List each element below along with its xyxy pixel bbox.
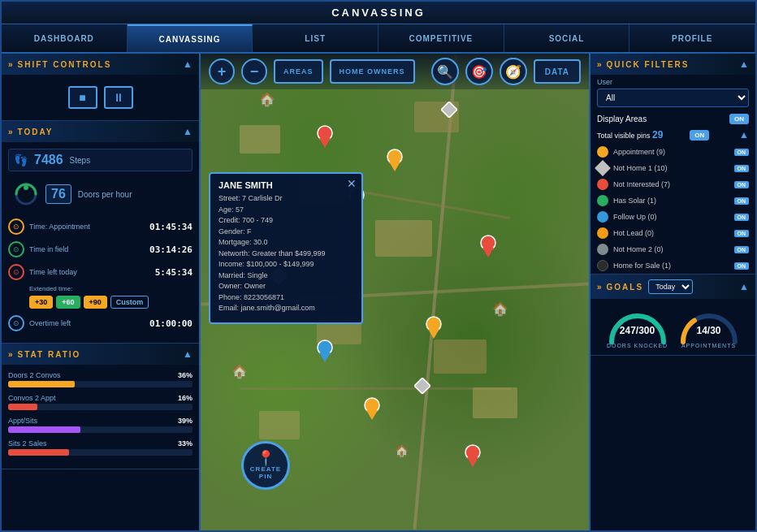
total-pins-toggle[interactable]: ON — [690, 130, 709, 141]
filter-not-interested-dot — [597, 179, 608, 190]
time-appointment-icon: ⊙ — [8, 218, 24, 235]
create-pin-button[interactable]: 📍 CREATE PIN — [241, 441, 290, 490]
filter-appointment-toggle[interactable]: ON — [734, 149, 750, 156]
nav-social[interactable]: SOCIAL — [504, 24, 630, 52]
filter-not-home-2-toggle[interactable]: ON — [734, 246, 750, 253]
filter-home-for-sale-toggle[interactable]: ON — [734, 262, 750, 270]
time-left-label: Time left today — [29, 268, 150, 276]
shift-controls-chevron: ▲ — [183, 58, 192, 70]
filter-follow-up-toggle[interactable]: ON — [734, 214, 750, 221]
doors-label: Doors per hour — [78, 190, 132, 199]
filter-hot-lead-toggle[interactable]: ON — [734, 230, 750, 237]
location-button[interactable]: 🎯 — [465, 58, 493, 85]
map-right-controls: 🔍 🎯 🧭 DATA — [431, 58, 581, 85]
quick-filters-header[interactable]: QUICK FILTERS ▲ — [590, 54, 755, 75]
pin-follow-up-1[interactable] — [317, 340, 333, 361]
goals-period-select[interactable]: Today — [648, 279, 693, 294]
shift-controls-header[interactable]: SHIFT CONTROLS ▲ — [2, 54, 199, 75]
stat-ratio-header[interactable]: STAT RATIO ▲ — [2, 344, 199, 365]
pin-not-interested-2[interactable] — [480, 235, 496, 256]
extended-label: Extended time: — [29, 285, 192, 292]
filter-appointment-dot — [597, 146, 608, 158]
stat-doors-convos-bar-bg — [8, 381, 192, 387]
nav-list[interactable]: LIST — [253, 24, 378, 52]
extend-90-button[interactable]: +90 — [84, 296, 107, 309]
extend-custom-button[interactable]: Custom — [110, 296, 149, 309]
steps-label: Steps — [70, 156, 91, 165]
pin-appointment-1[interactable] — [387, 149, 403, 170]
stat-appt-sits-bar — [8, 426, 80, 433]
svg-marker-9 — [482, 248, 494, 257]
total-pins-chevron: ▲ — [739, 129, 749, 141]
popup-mortgage: Mortgage: 30.0 — [218, 237, 353, 249]
shift-controls-content: ■ ⏸ — [2, 75, 199, 120]
time-field-icon: ⊙ — [8, 241, 24, 257]
extend-60-button[interactable]: +60 — [56, 296, 80, 309]
goals-title: GOALS — [597, 283, 643, 292]
app-title: CANVASSING — [331, 6, 426, 19]
time-field-value: 03:14:26 — [149, 244, 192, 255]
overtime-row: ⊙ Overtime left 01:00:00 — [8, 314, 192, 333]
filter-follow-up: Follow Up (0) ON — [590, 209, 755, 225]
time-appointment-label: Time: Appointment — [29, 223, 145, 231]
areas-button[interactable]: AREAS — [274, 59, 323, 84]
shift-controls-section: SHIFT CONTROLS ▲ ■ ⏸ — [2, 54, 199, 121]
search-map-button[interactable]: 🔍 — [431, 58, 459, 85]
steps-count: 7486 — [34, 153, 63, 167]
total-pins-count: 29 — [652, 129, 663, 141]
popup-close-button[interactable]: ✕ — [347, 177, 357, 190]
today-header[interactable]: TODAY ▲ — [2, 121, 199, 142]
filter-has-solar-toggle[interactable]: ON — [734, 197, 750, 205]
time-field-label: Time in field — [29, 245, 145, 253]
appointments-value: 14/30 — [696, 325, 720, 336]
create-pin-icon: 📍 — [257, 451, 275, 465]
zoom-in-button[interactable]: + — [209, 58, 235, 84]
filter-appointment-label: Appointment (9) — [613, 148, 729, 156]
nav-competitive[interactable]: COMPETITIVE — [378, 24, 504, 52]
stat-convos-appt-bar-bg — [8, 404, 192, 410]
pin-not-interested-1[interactable] — [317, 125, 333, 146]
display-areas-row: Display Areas ON — [590, 110, 755, 128]
filter-not-home-2: Not Home 2 (0) ON — [590, 241, 755, 257]
pin-appointment-3[interactable] — [364, 397, 380, 418]
nav-profile[interactable]: PROFILE — [629, 24, 755, 52]
filter-not-interested-label: Not Interested (7) — [613, 180, 729, 188]
filter-home-for-sale-dot — [597, 260, 608, 271]
left-panel: SHIFT CONTROLS ▲ ■ ⏸ TODAY ▲ 👣 7486 — [2, 54, 201, 530]
filter-not-home-1-toggle[interactable]: ON — [734, 165, 750, 172]
pin-appointment-2[interactable] — [426, 316, 442, 337]
home-owners-button[interactable]: HOME OWNERS — [330, 59, 415, 84]
filter-user-select[interactable]: All — [597, 89, 749, 107]
display-areas-toggle[interactable]: ON — [729, 114, 749, 124]
pin-not-home-3[interactable] — [414, 378, 430, 399]
stat-sits-sales-label: Sits 2 Sales — [8, 439, 47, 448]
time-left-icon: ⊙ — [8, 264, 24, 280]
stat-sits-sales: Sits 2 Sales 33% — [8, 439, 192, 456]
extend-30-button[interactable]: +30 — [29, 296, 53, 309]
filter-has-solar: Has Solar (1) ON — [590, 192, 755, 209]
filter-follow-up-label: Follow Up (0) — [613, 213, 729, 221]
compass-button[interactable]: 🧭 — [500, 58, 527, 85]
filter-hot-lead-label: Hot Lead (0) — [613, 229, 729, 237]
goals-header[interactable]: GOALS Today ▲ — [590, 275, 755, 299]
svg-marker-11 — [467, 457, 478, 467]
shift-pause-button[interactable]: ⏸ — [104, 86, 133, 109]
map-house-icon-3: 🏠 — [492, 301, 508, 317]
nav-canvassing[interactable]: CANVASSING — [128, 24, 253, 52]
filter-hot-lead: Hot Lead (0) ON — [590, 225, 755, 241]
popup-phone: Phone: 8223056871 — [218, 292, 353, 304]
nav-dashboard[interactable]: DASHBOARD — [2, 24, 128, 52]
filter-not-home-1: Not Home 1 (10) ON — [590, 160, 755, 176]
create-pin-label-2: PIN — [259, 473, 272, 480]
contact-popup: ✕ JANE SMITH Street: 7 Carlisle Dr Age: … — [209, 172, 363, 324]
stat-convos-appt: Convos 2 Appt 16% — [8, 394, 192, 410]
pin-not-interested-3[interactable] — [465, 444, 481, 465]
stat-doors-convos: Doors 2 Convos 36% — [8, 371, 192, 387]
pin-not-home-1[interactable] — [441, 102, 457, 123]
zoom-out-button[interactable]: − — [241, 58, 267, 84]
filter-not-interested-toggle[interactable]: ON — [734, 181, 750, 188]
shift-stop-button[interactable]: ■ — [68, 86, 97, 109]
data-button[interactable]: DATA — [534, 59, 581, 84]
map-controls-bar: + − AREAS HOME OWNERS 🔍 🎯 🧭 DATA — [201, 54, 589, 89]
doors-knocked-value: 247/300 — [620, 325, 655, 336]
